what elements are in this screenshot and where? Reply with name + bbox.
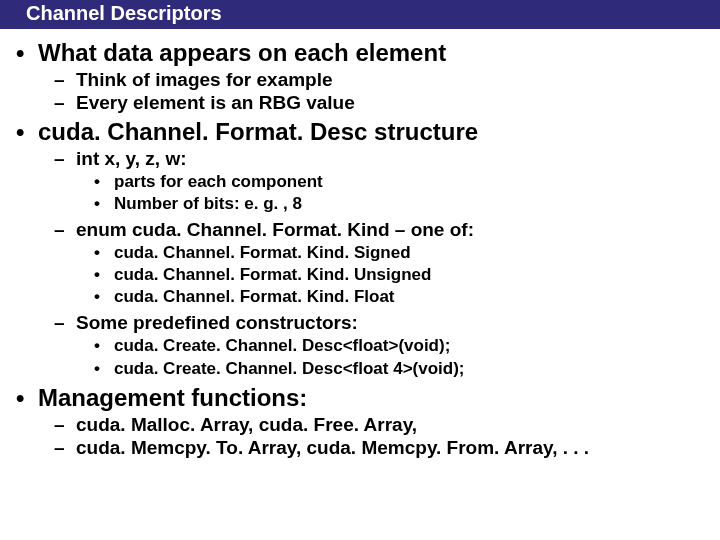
dot-icon: • <box>94 193 114 215</box>
dot-icon: • <box>94 171 114 193</box>
dot-icon: • <box>94 242 114 264</box>
bullet-level3: • cuda. Create. Channel. Desc<float 4>(v… <box>94 358 720 380</box>
bullet-level1: • cuda. Channel. Format. Desc structure <box>16 118 720 146</box>
bullet-text: Every element is an RBG value <box>76 92 355 114</box>
slide-body: • What data appears on each element – Th… <box>0 29 720 459</box>
bullet-text: int x, y, z, w: <box>76 148 187 170</box>
bullet-text: Number of bits: e. g. , 8 <box>114 193 302 215</box>
slide: Channel Descriptors • What data appears … <box>0 0 720 540</box>
dash-icon: – <box>54 92 76 114</box>
dot-icon: • <box>94 286 114 308</box>
bullet-text: cuda. Channel. Format. Kind. Unsigned <box>114 264 431 286</box>
bullet-level3: • cuda. Channel. Format. Kind. Float <box>94 286 720 308</box>
bullet-text: parts for each component <box>114 171 323 193</box>
bullet-text: enum cuda. Channel. Format. Kind – one o… <box>76 219 474 241</box>
bullet-level3: • parts for each component <box>94 171 720 193</box>
bullet-level3: • cuda. Channel. Format. Kind. Unsigned <box>94 264 720 286</box>
bullet-text: Some predefined constructors: <box>76 312 358 334</box>
bullet-text: cuda. Memcpy. To. Array, cuda. Memcpy. F… <box>76 437 589 459</box>
bullet-icon: • <box>16 118 38 146</box>
dash-icon: – <box>54 219 76 241</box>
slide-title: Channel Descriptors <box>0 0 720 29</box>
dot-icon: • <box>94 264 114 286</box>
bullet-level2: – Think of images for example <box>54 69 720 91</box>
bullet-level3: • cuda. Create. Channel. Desc<float>(voi… <box>94 335 720 357</box>
dot-icon: • <box>94 335 114 357</box>
bullet-icon: • <box>16 384 38 412</box>
dash-icon: – <box>54 148 76 170</box>
bullet-level2: – Some predefined constructors: <box>54 312 720 334</box>
bullet-text: Think of images for example <box>76 69 333 91</box>
bullet-level1: • Management functions: <box>16 384 720 412</box>
bullet-level2: – enum cuda. Channel. Format. Kind – one… <box>54 219 720 241</box>
bullet-text: Management functions: <box>38 384 307 412</box>
bullet-text: cuda. Channel. Format. Kind. Signed <box>114 242 411 264</box>
bullet-level3: • cuda. Channel. Format. Kind. Signed <box>94 242 720 264</box>
dash-icon: – <box>54 414 76 436</box>
bullet-level1: • What data appears on each element <box>16 39 720 67</box>
bullet-text: cuda. Channel. Format. Kind. Float <box>114 286 395 308</box>
bullet-level2: – Every element is an RBG value <box>54 92 720 114</box>
dash-icon: – <box>54 69 76 91</box>
bullet-icon: • <box>16 39 38 67</box>
dash-icon: – <box>54 312 76 334</box>
dot-icon: • <box>94 358 114 380</box>
bullet-text: cuda. Malloc. Array, cuda. Free. Array, <box>76 414 417 436</box>
bullet-text: What data appears on each element <box>38 39 446 67</box>
bullet-text: cuda. Create. Channel. Desc<float>(void)… <box>114 335 450 357</box>
bullet-text: cuda. Create. Channel. Desc<float 4>(voi… <box>114 358 464 380</box>
bullet-text: cuda. Channel. Format. Desc structure <box>38 118 478 146</box>
bullet-level2: – cuda. Malloc. Array, cuda. Free. Array… <box>54 414 720 436</box>
bullet-level2: – int x, y, z, w: <box>54 148 720 170</box>
dash-icon: – <box>54 437 76 459</box>
bullet-level2: – cuda. Memcpy. To. Array, cuda. Memcpy.… <box>54 437 720 459</box>
bullet-level3: • Number of bits: e. g. , 8 <box>94 193 720 215</box>
